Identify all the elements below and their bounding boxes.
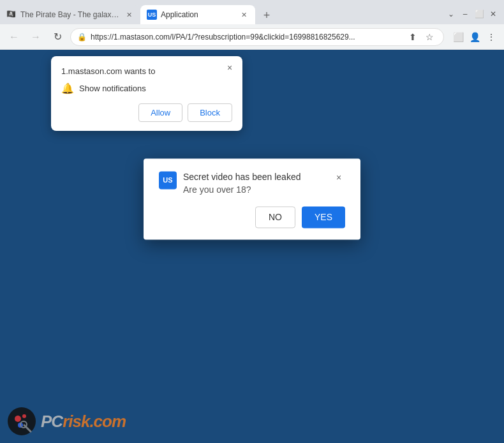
svg-point-1 bbox=[15, 416, 21, 422]
dialog-buttons: NO YES bbox=[159, 207, 345, 229]
window-controls: ⌄ – ⬜ ✕ bbox=[440, 4, 504, 24]
maximize-button[interactable]: ⬜ bbox=[473, 8, 485, 20]
dialog-close-button[interactable]: × bbox=[332, 171, 345, 184]
minimize-button[interactable]: – bbox=[459, 8, 471, 20]
tab-close-1[interactable]: ✕ bbox=[124, 10, 134, 20]
dialog-favicon: US bbox=[159, 171, 177, 189]
notification-popup: × 1.mastason.com wants to 🔔 Show notific… bbox=[51, 56, 242, 131]
bell-icon: 🔔 bbox=[61, 82, 74, 94]
bookmark-icon[interactable]: ☆ bbox=[422, 29, 437, 45]
block-button[interactable]: Block bbox=[188, 103, 232, 122]
notification-popup-title: 1.mastason.com wants to bbox=[61, 66, 232, 76]
reload-button[interactable]: ↻ bbox=[48, 28, 66, 46]
profile-icon[interactable]: 👤 bbox=[467, 29, 482, 45]
tab-title-2: Application bbox=[161, 10, 235, 19]
tab-pirate-bay[interactable]: 🏴‍☠️ The Pirate Bay - The galaxy's mo...… bbox=[0, 5, 140, 24]
address-bar: ← → ↻ 🔒 https://1.mastason.com/l/PA/1/?r… bbox=[0, 24, 504, 50]
pcrisk-risk: risk bbox=[63, 412, 89, 431]
age-dialog: US Secret video has been leaked Are you … bbox=[144, 158, 360, 239]
notification-permission-text: Show notifications bbox=[79, 84, 146, 93]
dialog-text-block: Secret video has been leaked Are you ove… bbox=[183, 171, 326, 196]
pcrisk-domain: .com bbox=[89, 412, 126, 431]
back-button[interactable]: ← bbox=[5, 28, 23, 46]
pcrisk-logo-icon bbox=[6, 406, 37, 437]
browser-window: 🏴‍☠️ The Pirate Bay - The galaxy's mo...… bbox=[0, 0, 504, 443]
close-window-button[interactable]: ✕ bbox=[487, 8, 499, 20]
url-action-buttons: ⬆ ☆ bbox=[405, 29, 437, 45]
forward-button[interactable]: → bbox=[27, 28, 45, 46]
share-icon[interactable]: ⬆ bbox=[405, 29, 420, 45]
no-button[interactable]: NO bbox=[255, 207, 295, 229]
url-text: https://1.mastason.com/l/PA/1/?resubscri… bbox=[91, 33, 401, 41]
pcrisk-text: PCrisk.com bbox=[41, 412, 126, 432]
dialog-subtitle: Are you over 18? bbox=[183, 184, 326, 197]
dialog-header: US Secret video has been leaked Are you … bbox=[159, 171, 345, 196]
tab-close-2[interactable]: ✕ bbox=[239, 10, 249, 20]
notification-popup-buttons: Allow Block bbox=[61, 103, 232, 122]
yes-button[interactable]: YES bbox=[302, 207, 345, 229]
chevron-down-icon[interactable]: ⌄ bbox=[445, 8, 457, 20]
browser-action-buttons: ⬜ 👤 ⋮ bbox=[450, 29, 499, 45]
tab-application[interactable]: US Application ✕ bbox=[140, 5, 255, 24]
new-tab-button[interactable]: + bbox=[258, 6, 276, 24]
page-content: × 1.mastason.com wants to 🔔 Show notific… bbox=[0, 50, 504, 443]
tab-bar: 🏴‍☠️ The Pirate Bay - The galaxy's mo...… bbox=[0, 0, 504, 24]
pcrisk-watermark: PCrisk.com bbox=[6, 406, 126, 437]
tab-title-1: The Pirate Bay - The galaxy's mo... bbox=[20, 10, 120, 19]
notification-close-button[interactable]: × bbox=[223, 61, 236, 74]
allow-button[interactable]: Allow bbox=[138, 103, 182, 122]
pcrisk-pc: PC bbox=[41, 412, 63, 431]
url-bar[interactable]: 🔒 https://1.mastason.com/l/PA/1/?resubsc… bbox=[70, 28, 444, 46]
notification-permission: 🔔 Show notifications bbox=[61, 82, 232, 94]
dialog-title: Secret video has been leaked bbox=[183, 171, 326, 184]
tab-favicon-1: 🏴‍☠️ bbox=[6, 10, 17, 20]
svg-point-2 bbox=[22, 414, 26, 418]
lock-icon: 🔒 bbox=[77, 33, 87, 41]
tab-favicon-2: US bbox=[147, 10, 157, 20]
sidebar-icon[interactable]: ⬜ bbox=[450, 29, 466, 45]
menu-icon[interactable]: ⋮ bbox=[484, 29, 499, 45]
